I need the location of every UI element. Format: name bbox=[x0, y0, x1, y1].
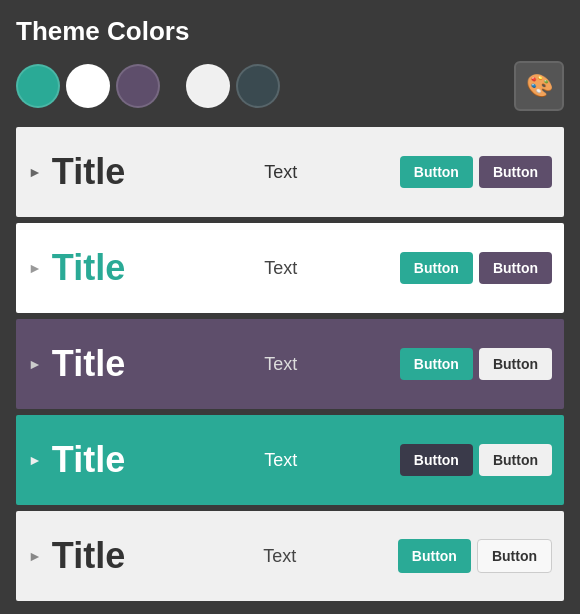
row-3-primary-button[interactable]: Button bbox=[400, 348, 473, 380]
theme-row-2: ► Title Text Button Button bbox=[16, 223, 564, 313]
chevron-icon-5[interactable]: ► bbox=[28, 548, 42, 564]
row-1-buttons: Button Button bbox=[400, 156, 552, 188]
row-5-title: Title bbox=[52, 535, 162, 577]
row-4-title: Title bbox=[52, 439, 162, 481]
chevron-icon-4[interactable]: ► bbox=[28, 452, 42, 468]
theme-rows: ► Title Text Button Button ► Title Text … bbox=[16, 127, 564, 607]
row-3-text: Text bbox=[162, 354, 400, 375]
row-2-secondary-button[interactable]: Button bbox=[479, 252, 552, 284]
row-1-primary-button[interactable]: Button bbox=[400, 156, 473, 188]
row-3-title: Title bbox=[52, 343, 162, 385]
theme-row-1: ► Title Text Button Button bbox=[16, 127, 564, 217]
row-2-text: Text bbox=[162, 258, 400, 279]
row-1-text: Text bbox=[162, 162, 400, 183]
page-title: Theme Colors bbox=[16, 16, 189, 47]
row-5-text: Text bbox=[162, 546, 398, 567]
row-5-primary-button[interactable]: Button bbox=[398, 539, 471, 573]
theme-row-4: ► Title Text Button Button bbox=[16, 415, 564, 505]
swatches-row: 🎨 bbox=[16, 61, 564, 111]
swatch-purple[interactable] bbox=[116, 64, 160, 108]
row-4-text: Text bbox=[162, 450, 400, 471]
chevron-icon-3[interactable]: ► bbox=[28, 356, 42, 372]
row-3-buttons: Button Button bbox=[400, 348, 552, 380]
theme-row-5: ► Title Text Button Button bbox=[16, 511, 564, 601]
row-4-secondary-button[interactable]: Button bbox=[479, 444, 552, 476]
row-1-secondary-button[interactable]: Button bbox=[479, 156, 552, 188]
row-4-buttons: Button Button bbox=[400, 444, 552, 476]
swatch-teal[interactable] bbox=[16, 64, 60, 108]
swatch-white[interactable] bbox=[66, 64, 110, 108]
theme-row-3: ► Title Text Button Button bbox=[16, 319, 564, 409]
row-3-secondary-button[interactable]: Button bbox=[479, 348, 552, 380]
row-2-title: Title bbox=[52, 247, 162, 289]
palette-button[interactable]: 🎨 bbox=[514, 61, 564, 111]
header: Theme Colors bbox=[16, 16, 564, 47]
row-4-primary-button[interactable]: Button bbox=[400, 444, 473, 476]
row-5-buttons: Button Button bbox=[398, 539, 552, 573]
swatch-dark[interactable] bbox=[236, 64, 280, 108]
palette-icon: 🎨 bbox=[526, 73, 553, 99]
row-5-secondary-button[interactable]: Button bbox=[477, 539, 552, 573]
chevron-icon-1[interactable]: ► bbox=[28, 164, 42, 180]
row-2-buttons: Button Button bbox=[400, 252, 552, 284]
main-container: Theme Colors 🎨 ► Title Text Button Butto… bbox=[0, 0, 580, 614]
row-2-primary-button[interactable]: Button bbox=[400, 252, 473, 284]
row-1-title: Title bbox=[52, 151, 162, 193]
chevron-icon-2[interactable]: ► bbox=[28, 260, 42, 276]
swatch-light[interactable] bbox=[186, 64, 230, 108]
